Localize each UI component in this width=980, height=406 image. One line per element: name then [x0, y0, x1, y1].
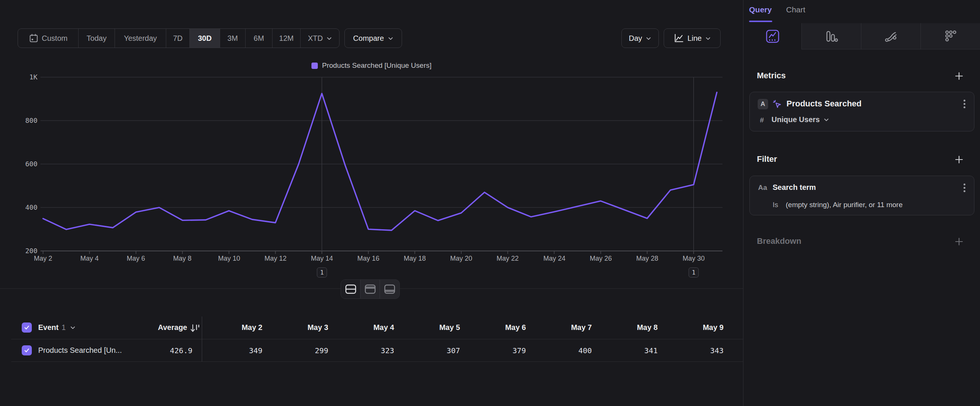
- average-label: Average: [158, 323, 187, 331]
- table-row-divider: [11, 361, 743, 362]
- day-column-header[interactable]: May 9: [660, 323, 724, 332]
- average-column-header[interactable]: Average: [125, 323, 187, 332]
- filter-property-name: Search term: [773, 183, 816, 192]
- measure-prefix: #: [760, 116, 764, 124]
- annotation-badge[interactable]: 1: [689, 267, 699, 277]
- metric-letter-badge: A: [758, 99, 768, 109]
- average-value: 426.9: [129, 346, 192, 355]
- tab-query[interactable]: Query: [749, 5, 772, 14]
- x-axis-tick-label: May 12: [264, 255, 286, 263]
- x-axis-tick-label: May 28: [636, 255, 658, 263]
- retention-dots-icon: [943, 29, 958, 44]
- day-value-cell: 299: [265, 346, 328, 355]
- day-column-header[interactable]: May 2: [199, 323, 262, 332]
- day-value-cell: 343: [660, 346, 724, 355]
- chart-type-tab-flow[interactable]: [861, 23, 921, 49]
- metric-card[interactable]: A Products Searched # Unique Users: [749, 92, 974, 131]
- row-checkbox[interactable]: [22, 345, 32, 355]
- chevron-down-icon: [824, 117, 829, 123]
- day-column-header[interactable]: May 7: [528, 323, 592, 332]
- day-value-cell: 341: [594, 346, 658, 355]
- flow-icon: [883, 29, 899, 44]
- string-property-icon: Aa: [758, 183, 767, 192]
- x-axis-tick-label: May 8: [173, 255, 191, 263]
- day-column-header[interactable]: May 5: [396, 323, 460, 332]
- chart-type-tab-retention[interactable]: [921, 23, 980, 49]
- chart-type-tab-bar[interactable]: [802, 23, 861, 49]
- table-only-view-icon: [383, 283, 396, 295]
- x-axis-tick-label: May 10: [218, 255, 240, 263]
- x-axis-tick-label: May 18: [404, 255, 426, 263]
- measure-dropdown[interactable]: Unique Users: [772, 115, 829, 124]
- chevron-down-icon: [70, 325, 76, 330]
- chart-only-view-button[interactable]: [361, 280, 380, 299]
- split-view-icon: [344, 283, 357, 295]
- check-icon: [24, 324, 30, 331]
- chart-type-tab-insights[interactable]: [743, 23, 802, 49]
- y-axis-tick-label: 600: [14, 160, 37, 168]
- y-axis-tick-label: 1K: [14, 73, 37, 81]
- analytics-app: CustomTodayYesterday7D30D3M6M12MXTD Comp…: [0, 0, 980, 406]
- y-axis-tick-label: 400: [14, 203, 37, 212]
- metric-name: Products Searched: [786, 99, 862, 108]
- filter-value[interactable]: (empty string), Air purifier, or 11 more: [786, 201, 902, 209]
- day-value-cell: 307: [396, 346, 460, 355]
- split-view-button[interactable]: [341, 280, 361, 299]
- event-count: 1: [61, 323, 65, 331]
- metric-options-kebab-icon[interactable]: [964, 100, 966, 110]
- active-tab-underline: [749, 21, 772, 22]
- series-line[interactable]: [43, 92, 717, 230]
- breakdown-heading: Breakdown: [757, 236, 802, 246]
- day-value-cell: 323: [331, 346, 394, 355]
- x-axis-tick-label: May 2: [34, 255, 52, 263]
- x-axis-tick-label: May 22: [496, 255, 519, 263]
- query-sidebar: Query Chart: [743, 0, 980, 406]
- x-axis-tick-label: May 24: [543, 255, 565, 263]
- x-axis-tick-label: May 30: [682, 255, 705, 263]
- measure-label: Unique Users: [772, 115, 820, 124]
- tab-chart[interactable]: Chart: [786, 5, 805, 14]
- filter-heading: Filter: [757, 154, 777, 164]
- chart-only-view-icon: [364, 283, 377, 295]
- x-axis-tick-label: May 26: [590, 255, 612, 263]
- day-column-header[interactable]: May 8: [594, 323, 658, 332]
- filter-operator[interactable]: Is: [773, 201, 778, 209]
- filter-card[interactable]: Aa Search term Is (empty string), Air pu…: [749, 176, 974, 215]
- table-row-name[interactable]: Products Searched [Un...: [38, 346, 122, 355]
- day-value-cell: 400: [528, 346, 592, 355]
- bar-chart-icon: [824, 29, 839, 44]
- day-column-header[interactable]: May 4: [331, 323, 394, 332]
- check-icon: [24, 347, 30, 353]
- view-toggle: [340, 279, 400, 299]
- event-cursor-icon: [772, 99, 782, 109]
- day-column-header[interactable]: May 6: [462, 323, 526, 332]
- x-axis-tick-label: May 14: [311, 255, 333, 263]
- day-value-cell: 349: [199, 346, 262, 355]
- y-axis-tick-label: 800: [14, 116, 37, 125]
- filter-options-kebab-icon[interactable]: [964, 183, 966, 194]
- select-all-checkbox[interactable]: [22, 322, 32, 333]
- insights-line-icon: [764, 28, 781, 45]
- x-axis-tick-label: May 20: [450, 255, 472, 263]
- event-column-header[interactable]: Event1: [38, 323, 76, 332]
- day-value-cell: 379: [462, 346, 526, 355]
- event-label: Event: [38, 323, 58, 331]
- table-header-divider: [11, 339, 743, 339]
- metrics-heading: Metrics: [757, 71, 786, 81]
- x-axis-tick-label: May 4: [80, 255, 99, 263]
- table-only-view-button[interactable]: [380, 280, 399, 299]
- add-metric-button[interactable]: [954, 71, 964, 81]
- add-breakdown-button[interactable]: [954, 237, 964, 247]
- x-axis-tick-label: May 16: [357, 255, 379, 263]
- x-axis-tick-label: May 6: [127, 255, 145, 263]
- y-axis-tick-label: 200: [14, 247, 37, 255]
- add-filter-button[interactable]: [954, 155, 964, 164]
- day-column-header[interactable]: May 3: [265, 323, 328, 332]
- annotation-badge[interactable]: 1: [317, 267, 327, 277]
